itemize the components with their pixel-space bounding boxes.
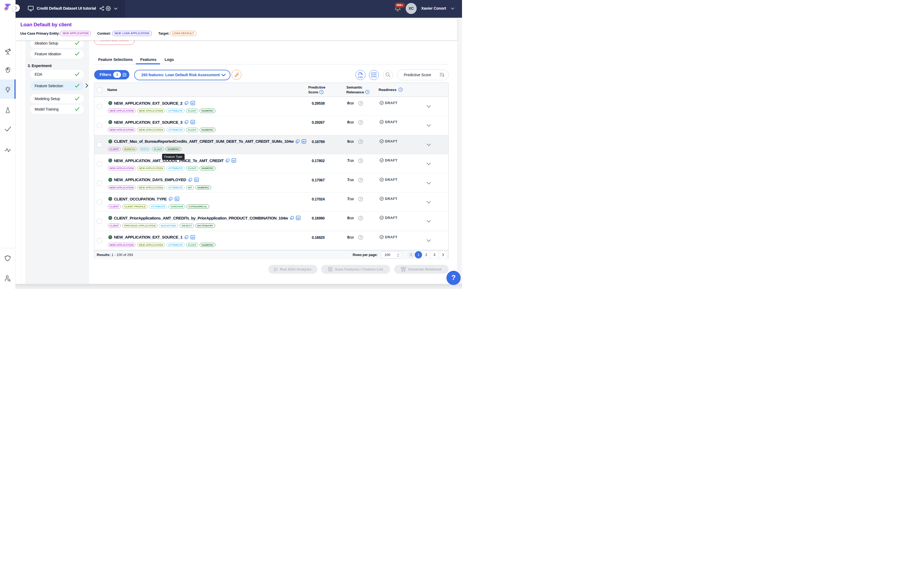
svg-text:ID: ID [191,102,194,105]
svg-text:?: ? [360,216,361,220]
svg-text:CSV: CSV [358,76,363,79]
svg-text:ID: ID [297,217,300,219]
svg-text:?: ? [400,88,402,91]
svg-text:?: ? [360,235,361,239]
svg-text:ID: ID [233,159,235,162]
svg-text:?: ? [360,198,361,201]
svg-text:ID: ID [195,179,198,181]
svg-text:ID: ID [303,140,305,143]
svg-text:?: ? [321,91,322,93]
svg-text:?: ? [360,121,361,124]
svg-text:?: ? [360,140,361,143]
svg-text:ID: ID [175,198,178,200]
svg-text:ID: ID [191,121,194,124]
svg-text:?: ? [360,102,361,105]
svg-text:ID: ID [191,236,194,239]
svg-text:?: ? [360,178,361,182]
svg-text:?: ? [366,91,368,93]
svg-text:?: ? [360,159,361,162]
